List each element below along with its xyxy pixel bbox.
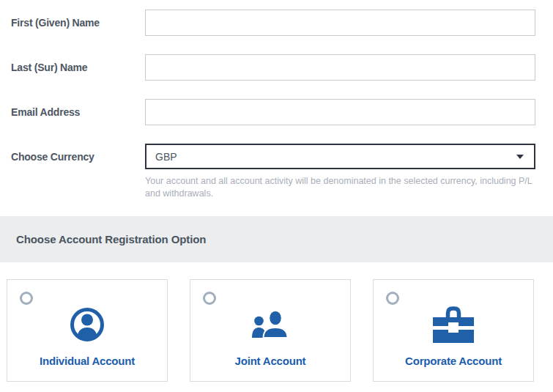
last-name-label: Last (Sur) Name [11,62,145,73]
currency-label: Choose Currency [11,151,145,163]
first-name-input[interactable] [145,10,535,36]
joint-account-label: Joint Account [235,355,306,367]
currency-selected-value: GBP [155,151,177,163]
form-row-email: Email Address [11,99,535,125]
individual-account-label: Individual Account [40,355,135,367]
individual-account-radio[interactable] [20,292,33,305]
individual-account-card[interactable]: Individual Account [7,279,168,382]
currency-select[interactable]: GBP [145,144,535,169]
registration-option-section-header: Choose Account Registration Option [0,216,553,262]
chevron-down-icon [516,155,524,159]
account-type-cards: Individual Account Joint Account [7,279,553,382]
joint-account-card[interactable]: Joint Account [190,279,351,382]
currency-field-wrap: GBP [145,144,535,169]
registration-form: First (Given) Name Last (Sur) Name Email… [0,0,553,200]
joint-account-radio[interactable] [203,292,216,305]
first-name-label: First (Given) Name [11,17,145,29]
last-name-field-wrap [145,54,535,81]
corporate-account-card[interactable]: Corporate Account [373,279,534,382]
form-row-currency: Choose Currency GBP [11,144,535,169]
person-circle-icon [70,306,105,343]
section-title: Choose Account Registration Option [16,233,206,245]
first-name-field-wrap [145,10,535,36]
corporate-account-radio[interactable] [386,292,399,305]
email-field-wrap [145,99,535,125]
form-row-last-name: Last (Sur) Name [11,54,535,81]
form-row-first-name: First (Given) Name [11,10,535,36]
briefcase-icon [433,306,474,343]
last-name-input[interactable] [145,54,535,81]
currency-helper-text: Your account and all account activity wi… [145,175,534,200]
email-label: Email Address [11,106,145,118]
email-input[interactable] [145,99,535,125]
corporate-account-label: Corporate Account [405,355,502,367]
two-persons-icon [250,306,290,343]
